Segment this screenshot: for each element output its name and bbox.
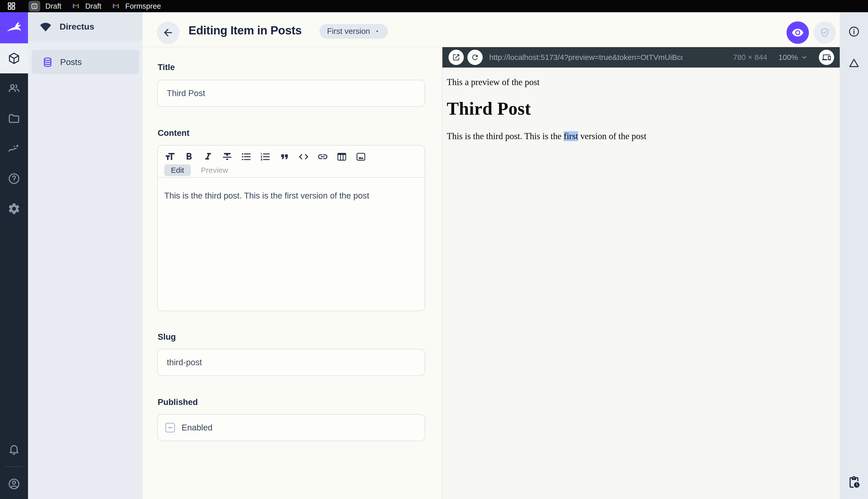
- browser-tab-label: Formspree: [125, 2, 161, 10]
- module-help[interactable]: [0, 163, 28, 194]
- strikethrough-icon[interactable]: [222, 151, 233, 162]
- browser-topbar: 31 Draft Draft: [0, 0, 868, 12]
- directus-logo[interactable]: [0, 12, 28, 43]
- slug-field-label: Slug: [158, 332, 176, 342]
- svg-text:31: 31: [33, 5, 36, 8]
- database-icon: [42, 56, 53, 68]
- open-in-new-button[interactable]: [449, 50, 464, 65]
- content-textarea[interactable]: This is the third post. This is the firs…: [158, 178, 425, 202]
- editor-mode-tabs: Edit Preview: [164, 165, 425, 176]
- live-preview-button[interactable]: [787, 21, 809, 44]
- refresh-icon: [471, 53, 479, 61]
- preview-body-text: This is the third post. This is the firs…: [447, 131, 835, 142]
- shield-check-icon: [819, 27, 830, 38]
- editor-toolbar: Edit Preview: [158, 146, 425, 178]
- title-field-label: Title: [158, 62, 175, 72]
- preview-heading: Third Post: [447, 98, 835, 119]
- module-insights[interactable]: [0, 134, 28, 163]
- chevron-down-icon: [374, 28, 380, 34]
- arrow-left-icon: [162, 27, 174, 38]
- published-toggle[interactable]: Enabled: [157, 414, 425, 441]
- table-icon[interactable]: [336, 151, 348, 162]
- user-menu-button[interactable]: [0, 469, 28, 499]
- version-selector[interactable]: First version: [319, 24, 388, 39]
- info-icon: [848, 25, 860, 38]
- module-file-library[interactable]: [0, 104, 28, 134]
- save-validation-button[interactable]: [814, 21, 836, 44]
- external-link-icon: [452, 53, 460, 61]
- gear-icon: [8, 202, 21, 215]
- gmail-icon: [72, 2, 80, 10]
- browser-tab-label: Draft: [85, 2, 101, 10]
- slug-input[interactable]: [157, 349, 425, 376]
- browser-tab-label: Draft: [45, 2, 61, 10]
- folder-icon: [8, 112, 21, 125]
- italic-icon[interactable]: [202, 151, 214, 162]
- checkbox-indeterminate-icon[interactable]: [165, 423, 175, 433]
- chevron-down-icon: [801, 54, 808, 61]
- tab-edit[interactable]: Edit: [164, 165, 191, 176]
- bold-icon[interactable]: [184, 151, 194, 162]
- refresh-button[interactable]: [467, 50, 483, 65]
- module-user-directory[interactable]: [0, 73, 28, 104]
- numbered-list-icon[interactable]: [260, 151, 271, 162]
- help-icon: [8, 172, 21, 185]
- heading-icon[interactable]: [164, 151, 176, 162]
- revisions-button[interactable]: [847, 476, 860, 489]
- preview-iframe: This a preview of the post Third Post Th…: [442, 68, 840, 499]
- highlighted-word: first: [564, 131, 578, 141]
- module-bar-divider: [5, 466, 22, 467]
- tab-overview-grid-icon[interactable]: [7, 1, 16, 11]
- zoom-selector[interactable]: 100%: [778, 53, 808, 62]
- code-icon[interactable]: [298, 151, 309, 162]
- notifications-button[interactable]: [0, 434, 28, 464]
- sidebar-item-label: Posts: [60, 57, 82, 67]
- sidebar-item-posts[interactable]: Posts: [32, 50, 139, 74]
- preview-url-field[interactable]: http://localhost:5173/4?preview=true&tok…: [489, 53, 683, 62]
- bulleted-list-icon[interactable]: [241, 151, 252, 162]
- bell-icon: [8, 443, 21, 456]
- browser-tab-gmail-draft[interactable]: Draft: [72, 2, 101, 10]
- project-header[interactable]: Directus: [28, 12, 143, 41]
- preview-intro-text: This a preview of the post: [447, 77, 835, 88]
- published-field-label: Published: [158, 397, 198, 407]
- browser-tab-calendar-draft[interactable]: 31 Draft: [28, 1, 61, 11]
- gmail-icon: [112, 2, 120, 10]
- version-label: First version: [327, 27, 370, 36]
- module-bar: [0, 12, 28, 499]
- triangle-icon: [847, 57, 860, 69]
- devices-icon: [822, 53, 831, 62]
- module-content[interactable]: [0, 43, 28, 73]
- checkbox-label: Enabled: [181, 423, 212, 433]
- insights-icon: [8, 142, 21, 155]
- project-logo-icon: [39, 21, 52, 32]
- content-field-label: Content: [158, 128, 189, 138]
- markdown-editor: Edit Preview This is the third post. Thi…: [157, 145, 425, 311]
- cube-icon: [8, 52, 21, 65]
- back-button[interactable]: [157, 21, 179, 44]
- nav-sidebar: Directus Posts: [28, 12, 143, 499]
- project-name: Directus: [60, 22, 94, 32]
- item-edit-form: Title Content: [143, 47, 442, 499]
- clipboard-clock-icon: [847, 476, 860, 489]
- calendar-icon: 31: [28, 1, 40, 11]
- account-icon: [8, 477, 21, 490]
- responsive-devices-button[interactable]: [819, 50, 834, 65]
- content-header: Editing Item in Posts First version: [143, 12, 843, 47]
- info-sidebar-button[interactable]: [848, 25, 860, 38]
- module-bar-spacer: [0, 224, 28, 434]
- users-icon: [8, 82, 21, 95]
- tab-preview[interactable]: Preview: [194, 165, 235, 176]
- right-sidebar-strip: [840, 12, 868, 499]
- preview-toolbar: http://localhost:5173/4?preview=true&tok…: [442, 47, 840, 68]
- module-settings[interactable]: [0, 194, 28, 224]
- link-icon[interactable]: [317, 151, 328, 162]
- directus-rabbit-icon: [5, 19, 23, 37]
- page-title: Editing Item in Posts: [188, 23, 302, 37]
- display-template-button[interactable]: [847, 57, 860, 69]
- preview-dimensions: 780 × 844: [733, 53, 767, 62]
- image-icon[interactable]: [355, 151, 366, 162]
- blockquote-icon[interactable]: [279, 151, 290, 162]
- browser-tab-gmail-formspree[interactable]: Formspree: [112, 2, 161, 10]
- title-input[interactable]: [157, 80, 425, 107]
